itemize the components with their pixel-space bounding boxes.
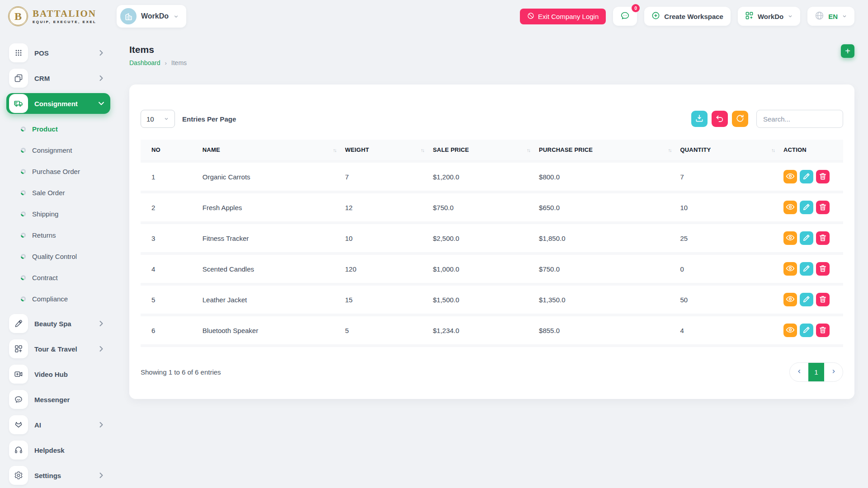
sort-icon[interactable]: ↑↓: [527, 147, 530, 153]
trash-icon: [818, 233, 827, 244]
sidebar-item-pos[interactable]: POS: [6, 42, 110, 63]
edit-button[interactable]: [800, 324, 813, 337]
cell-name: Fitness Tracker: [203, 223, 345, 253]
sidebar-item-crm[interactable]: CRM: [6, 68, 110, 89]
brand-name: BATTALION: [33, 9, 96, 19]
add-item-button[interactable]: +: [841, 44, 854, 58]
create-workspace-button[interactable]: Create Workspace: [644, 7, 731, 26]
sidebar-item-settings[interactable]: Settings: [6, 465, 110, 486]
column-label: SALE PRICE: [433, 146, 469, 153]
column-label: NAME: [203, 146, 220, 153]
submenu-item-label: Contract: [32, 274, 58, 282]
view-button[interactable]: [783, 170, 797, 183]
pagination-prev-button[interactable]: [790, 362, 808, 382]
edit-button[interactable]: [800, 201, 813, 214]
pagination-next-button[interactable]: [824, 362, 843, 382]
sort-icon[interactable]: ↑↓: [420, 147, 424, 153]
column-header-weight[interactable]: WEIGHT↑↓: [345, 140, 433, 161]
sidebar-item-tour-travel[interactable]: Tour & Travel: [6, 338, 110, 359]
sort-icon[interactable]: ↑↓: [668, 147, 671, 153]
sidebar-item-beauty-spa[interactable]: Beauty Spa: [6, 313, 110, 334]
column-header-purchase-price[interactable]: PURCHASE PRICE↑↓: [539, 140, 680, 161]
view-button[interactable]: [783, 293, 797, 306]
sidebar-item-helpdesk[interactable]: Helpdesk: [6, 440, 110, 460]
export-button[interactable]: [691, 111, 708, 127]
view-button[interactable]: [783, 324, 797, 337]
cell-sale-price: $2,500.0: [433, 223, 539, 253]
submenu-item-compliance[interactable]: Compliance: [6, 288, 110, 310]
entries-per-page-select[interactable]: 10: [141, 110, 175, 128]
undo-button[interactable]: [712, 111, 728, 127]
building-icon: [120, 8, 137, 24]
pencil-icon: [802, 264, 811, 274]
cell-weight: 15: [345, 284, 433, 315]
breadcrumb-dashboard-link[interactable]: Dashboard: [129, 59, 160, 66]
submenu-item-contract[interactable]: Contract: [6, 267, 110, 288]
delete-button[interactable]: [816, 170, 830, 183]
cell-name: Organic Carrots: [203, 161, 345, 192]
donut-icon: [21, 233, 26, 238]
entries-per-page-label: Entries Per Page: [182, 115, 236, 123]
edit-button[interactable]: [800, 293, 813, 306]
column-header-quantity[interactable]: QUANTITY↑↓: [680, 140, 783, 161]
sidebar-item-consignment[interactable]: Consignment: [6, 93, 110, 114]
submenu-item-sale-order[interactable]: Sale Order: [6, 182, 110, 203]
delete-button[interactable]: [816, 201, 830, 214]
brand-logo[interactable]: B BATTALION EQUIP, EXECUTE, EXEL: [0, 6, 117, 26]
cell-purchase-price: $750.0: [539, 253, 680, 284]
sidebar-item-messenger[interactable]: Messenger: [6, 389, 110, 410]
download-icon: [695, 114, 704, 124]
edit-button[interactable]: [800, 262, 813, 276]
workspace-selector[interactable]: WorkDo: [117, 5, 186, 28]
view-button[interactable]: [783, 201, 797, 214]
entries-summary: Showing 1 to 6 of 6 entries: [141, 368, 221, 376]
chevron-left-icon: [796, 368, 802, 376]
submenu-item-product[interactable]: Product: [6, 118, 110, 140]
refresh-button[interactable]: [732, 111, 748, 127]
messages-button[interactable]: 0: [613, 7, 637, 26]
workspace-menu-button[interactable]: WorkDo: [738, 7, 800, 26]
sort-icon[interactable]: ↑↓: [333, 147, 336, 153]
grid-dots-icon: [9, 43, 28, 62]
submenu-item-label: Sale Order: [32, 189, 65, 197]
submenu-item-label: Product: [32, 125, 58, 133]
language-selector[interactable]: EN: [807, 7, 854, 26]
edit-button[interactable]: [800, 231, 813, 245]
delete-button[interactable]: [816, 324, 830, 337]
delete-button[interactable]: [816, 231, 830, 245]
submenu-item-quality-control[interactable]: Quality Control: [6, 246, 110, 267]
view-button[interactable]: [783, 231, 797, 245]
submenu-item-shipping[interactable]: Shipping: [6, 203, 110, 225]
cell-quantity: 25: [680, 223, 783, 253]
refresh-icon: [736, 114, 745, 124]
cell-no: 3: [141, 223, 203, 253]
items-table-card: 10 Entries Per Page NONAME↑↓WEIGHT↑↓SALE…: [129, 84, 854, 399]
pagination-page-current[interactable]: 1: [808, 362, 824, 382]
sidebar-item-ai[interactable]: AI: [6, 414, 110, 435]
view-button[interactable]: [783, 262, 797, 276]
table-row: 1Organic Carrots7$1,200.0$800.07: [141, 161, 843, 192]
table-row: 3Fitness Tracker10$2,500.0$1,850.025: [141, 223, 843, 253]
edit-button[interactable]: [800, 170, 813, 183]
exit-company-login-button[interactable]: Exit Company Login: [520, 9, 606, 24]
search-input[interactable]: [756, 110, 843, 128]
submenu-item-returns[interactable]: Returns: [6, 225, 110, 246]
pencil-icon: [802, 233, 811, 244]
trash-icon: [818, 172, 827, 182]
delete-button[interactable]: [816, 262, 830, 276]
breadcrumb: Dashboard › Items: [129, 59, 187, 66]
column-label: QUANTITY: [680, 146, 711, 153]
submenu-item-consignment[interactable]: Consignment: [6, 140, 110, 161]
sidebar-item-label: Consignment: [34, 100, 90, 108]
column-header-name[interactable]: NAME↑↓: [203, 140, 345, 161]
cell-weight: 12: [345, 192, 433, 223]
chevron-right-icon: [97, 471, 106, 480]
brush-icon: [9, 314, 28, 333]
submenu-item-purchase-order[interactable]: Purchase Order: [6, 161, 110, 182]
column-header-sale-price[interactable]: SALE PRICE↑↓: [433, 140, 539, 161]
sidebar-item-video-hub[interactable]: Video Hub: [6, 364, 110, 385]
trash-icon: [818, 202, 827, 213]
eye-icon: [786, 172, 795, 182]
delete-button[interactable]: [816, 293, 830, 306]
sort-icon[interactable]: ↑↓: [771, 147, 774, 153]
